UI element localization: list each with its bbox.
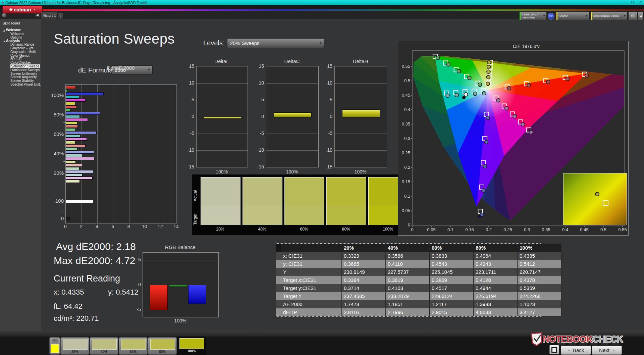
actual-row-label: Actual bbox=[193, 181, 198, 211]
table-header: 60% bbox=[430, 244, 474, 252]
table-row[interactable]: dEITP3.81162.79962.90154.00333.4127 bbox=[276, 308, 561, 316]
deltac-chart: DeltaC151050-5-10-15100% bbox=[253, 58, 325, 174]
table-row[interactable]: Target y:CIE310.37140.41030.45170.49440.… bbox=[276, 284, 561, 292]
y-tick-label: -15 bbox=[255, 164, 264, 169]
measured-marker-cyan bbox=[482, 91, 486, 95]
table-row[interactable]: ΔE 20001.74781.18511.21171.39831.1023 bbox=[276, 300, 561, 308]
meter-status-bar bbox=[520, 12, 521, 20]
actual-swatch-80% bbox=[326, 177, 366, 206]
sweep-tile-20%[interactable]: 20% bbox=[60, 337, 89, 355]
deltaH-title: DeltaH bbox=[334, 58, 386, 64]
extra-marker bbox=[478, 215, 481, 218]
deltah-chart: DeltaH151050-5-10-15100% bbox=[321, 58, 393, 174]
maximize-icon[interactable]: ◻ bbox=[631, 0, 634, 4]
x-tick-label: 10 bbox=[141, 224, 148, 229]
deltae-bar-green-60% bbox=[66, 128, 75, 131]
chevrons-left-icon: « bbox=[568, 348, 570, 353]
y-tick-label: 0 bbox=[131, 282, 141, 287]
cell-value: 0.3329 bbox=[342, 252, 386, 260]
table-row[interactable]: Target Y237.4585233.2079229.6124226.6194… bbox=[276, 292, 561, 300]
row-label: Y bbox=[281, 268, 342, 276]
sidebar-item-welcome[interactable]: Welcome bbox=[0, 32, 41, 36]
cell-value: 233.2079 bbox=[386, 292, 430, 300]
calman-menu-button[interactable]: ❖ calman ▼ bbox=[2, 6, 43, 13]
sidebar-item-grayscale-multi[interactable]: Grayscale - Multi bbox=[0, 50, 41, 54]
close-icon[interactable]: ✕ bbox=[639, 0, 642, 4]
collapse-panel-button[interactable]: ◀ bbox=[638, 12, 644, 20]
measured-marker-magenta bbox=[513, 114, 517, 118]
deltae-bar-cyan-40% bbox=[66, 154, 82, 157]
tile-label: 80% bbox=[148, 350, 176, 354]
axis-tick bbox=[63, 181, 65, 181]
table-row[interactable]: x: CIE310.33290.35860.38330.40640.4335 bbox=[276, 252, 561, 260]
table-row[interactable]: Target x:CIE310.33840.36190.38690.41280.… bbox=[276, 276, 561, 284]
table-row[interactable]: Y230.9149227.5737225.1045223.1711220.714… bbox=[276, 268, 561, 276]
gridline bbox=[335, 100, 387, 100]
watermark-notebook: NOTEBOOK bbox=[543, 334, 592, 345]
measured-marker-cyan bbox=[464, 93, 468, 96]
svg-text:0.4: 0.4 bbox=[562, 227, 568, 232]
sweep-tile-60%[interactable]: 60% bbox=[119, 337, 148, 355]
row-label: dEITP bbox=[281, 308, 342, 316]
svg-text:0.5: 0.5 bbox=[600, 227, 606, 232]
layout-dot-button[interactable] bbox=[2, 13, 7, 18]
sidebar-group-welcome[interactable]: ◢Welcome bbox=[0, 29, 41, 32]
sidebar-item-spectral-power-dist-[interactable]: Spectral Power Dist. bbox=[0, 83, 41, 87]
stop-icon bbox=[551, 347, 557, 353]
svg-text:0: 0 bbox=[408, 222, 410, 227]
source-dropdown[interactable]: Source ▼ bbox=[556, 12, 589, 20]
svg-text:0.25: 0.25 bbox=[503, 227, 512, 232]
tab-history-1[interactable]: History 1 bbox=[41, 12, 58, 19]
chevron-down-icon: ▼ bbox=[624, 14, 626, 17]
gridline bbox=[266, 83, 318, 84]
sweep-tile-80%[interactable]: 80% bbox=[148, 337, 177, 355]
table-row[interactable]: y: CIE310.36650.41100.45430.49430.5412 bbox=[276, 260, 561, 268]
svg-text:0.05: 0.05 bbox=[402, 208, 410, 213]
deltae-bar-yellow-100% bbox=[66, 102, 75, 105]
group-label: 100 bbox=[50, 198, 64, 204]
display-control-dropdown[interactable]: Direct Display Control ▼ bbox=[591, 12, 628, 20]
sweep-tile-40%[interactable]: 40% bbox=[90, 337, 118, 355]
sweep-tile-100%[interactable]: 100% bbox=[177, 337, 206, 355]
display-control-status-bar bbox=[591, 12, 592, 20]
measured-marker-cyan bbox=[446, 94, 449, 97]
collapse-up-icon[interactable]: ▲ bbox=[52, 339, 58, 343]
meter-dropdown[interactable]: X-Rite i1Pro 2 Direct View ▼ bbox=[519, 12, 547, 20]
sidebar-group-analysis[interactable]: ◢Analysis bbox=[0, 39, 41, 43]
cell-value: 227.5737 bbox=[386, 268, 430, 276]
cell-value: 1.1851 bbox=[386, 300, 430, 308]
cell-value: 0.3586 bbox=[386, 252, 430, 260]
back-button[interactable]: « Back bbox=[561, 346, 591, 355]
deltae-bar-red-80% bbox=[66, 105, 77, 108]
y-tick-label: -15 bbox=[185, 164, 194, 169]
settings-button[interactable]: ⚙ bbox=[628, 12, 637, 20]
minimize-icon[interactable]: ─ bbox=[623, 0, 626, 4]
actual-swatch-20% bbox=[201, 177, 240, 206]
reading-count-badge[interactable]: 236 bbox=[548, 13, 554, 19]
gridline bbox=[266, 134, 318, 134]
svg-text:CIE 1976 u'v': CIE 1976 u'v' bbox=[513, 44, 540, 49]
levels-dropdown[interactable]: 20% Sweeps ▼ bbox=[227, 38, 324, 48]
tree-expand-icon[interactable]: ◢ bbox=[3, 40, 5, 43]
add-tab-button[interactable]: + bbox=[58, 13, 64, 19]
inset-target-marker bbox=[603, 200, 608, 206]
deltae-bar-red-20% bbox=[66, 164, 82, 167]
cell-value: 1.3983 bbox=[474, 300, 518, 308]
cell-value: 225.1045 bbox=[430, 268, 474, 276]
cell-value: 224.2266 bbox=[518, 292, 561, 300]
target-swatch-60% bbox=[284, 205, 324, 225]
window-titlebar[interactable]: ❖ Calman 2022 Calman Ultimate for Busine… bbox=[0, 0, 644, 5]
measured-marker-green bbox=[457, 69, 461, 73]
measured-marker-magenta bbox=[505, 106, 508, 110]
measured-marker-yellow bbox=[486, 82, 490, 86]
x-category-label: 100% bbox=[266, 169, 318, 174]
next-button[interactable]: Next » bbox=[592, 346, 622, 355]
deltaC-bar bbox=[274, 112, 312, 117]
deltaH-bar bbox=[342, 109, 380, 117]
gridline bbox=[176, 85, 177, 223]
deltae-bar-green-20% bbox=[66, 167, 79, 170]
mini-sweep-tile[interactable]: ▲ bbox=[49, 337, 60, 355]
tree-expand-icon[interactable]: ◢ bbox=[3, 29, 5, 33]
sidebar-item-luminance-sweeps[interactable]: Luminance Sweeps bbox=[0, 68, 41, 72]
deltae-bar-magenta-40% bbox=[66, 157, 94, 160]
